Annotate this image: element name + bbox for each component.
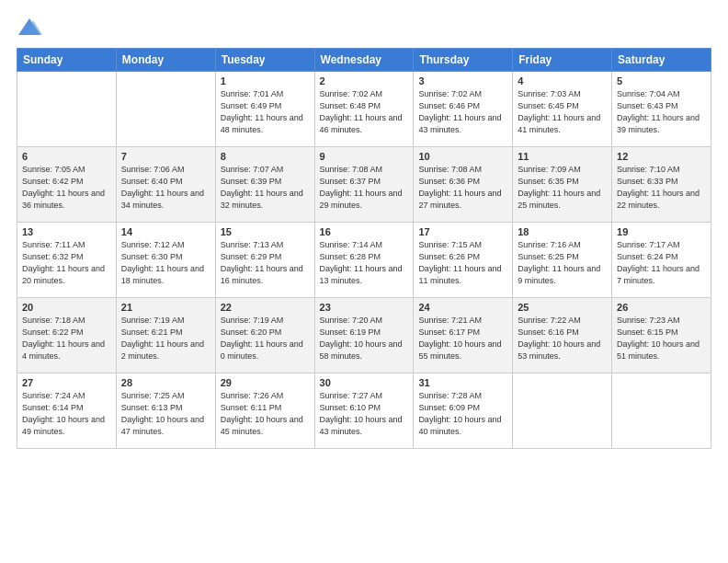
calendar-cell: 11Sunrise: 7:09 AM Sunset: 6:35 PM Dayli… <box>513 147 612 223</box>
calendar-cell: 22Sunrise: 7:19 AM Sunset: 6:20 PM Dayli… <box>215 298 314 373</box>
calendar-cell: 6Sunrise: 7:05 AM Sunset: 6:42 PM Daylig… <box>17 147 117 223</box>
day-info: Sunrise: 7:22 AM Sunset: 6:16 PM Dayligh… <box>518 315 607 362</box>
calendar-week-5: 27Sunrise: 7:24 AM Sunset: 6:14 PM Dayli… <box>17 373 711 449</box>
calendar-cell: 13Sunrise: 7:11 AM Sunset: 6:32 PM Dayli… <box>17 223 117 298</box>
calendar-cell: 26Sunrise: 7:23 AM Sunset: 6:15 PM Dayli… <box>612 298 711 373</box>
day-info: Sunrise: 7:02 AM Sunset: 6:46 PM Dayligh… <box>418 88 507 136</box>
day-info: Sunrise: 7:25 AM Sunset: 6:13 PM Dayligh… <box>121 390 210 438</box>
day-number: 20 <box>22 302 111 313</box>
calendar-cell: 24Sunrise: 7:21 AM Sunset: 6:17 PM Dayli… <box>414 298 513 373</box>
day-info: Sunrise: 7:16 AM Sunset: 6:25 PM Dayligh… <box>518 239 607 287</box>
day-info: Sunrise: 7:07 AM Sunset: 6:39 PM Dayligh… <box>221 164 310 212</box>
logo-icon <box>17 15 42 40</box>
calendar-cell: 21Sunrise: 7:19 AM Sunset: 6:21 PM Dayli… <box>116 298 215 373</box>
calendar-cell: 8Sunrise: 7:07 AM Sunset: 6:39 PM Daylig… <box>215 147 314 223</box>
calendar-cell: 18Sunrise: 7:16 AM Sunset: 6:25 PM Dayli… <box>513 223 612 298</box>
calendar-header-row: SundayMondayTuesdayWednesdayThursdayFrid… <box>17 49 711 72</box>
day-info: Sunrise: 7:19 AM Sunset: 6:21 PM Dayligh… <box>121 315 210 362</box>
day-info: Sunrise: 7:10 AM Sunset: 6:33 PM Dayligh… <box>617 164 706 212</box>
day-number: 23 <box>320 302 409 313</box>
day-info: Sunrise: 7:27 AM Sunset: 6:10 PM Dayligh… <box>320 390 409 438</box>
day-number: 21 <box>121 302 210 313</box>
calendar-cell: 7Sunrise: 7:06 AM Sunset: 6:40 PM Daylig… <box>116 147 215 223</box>
day-number: 31 <box>418 377 507 388</box>
calendar-cell: 30Sunrise: 7:27 AM Sunset: 6:10 PM Dayli… <box>314 373 414 449</box>
day-info: Sunrise: 7:03 AM Sunset: 6:45 PM Dayligh… <box>518 88 607 136</box>
calendar-cell: 2Sunrise: 7:02 AM Sunset: 6:48 PM Daylig… <box>314 72 414 147</box>
day-number: 18 <box>518 226 607 237</box>
calendar-cell <box>612 373 711 449</box>
calendar-cell: 5Sunrise: 7:04 AM Sunset: 6:43 PM Daylig… <box>612 72 711 147</box>
calendar-cell: 16Sunrise: 7:14 AM Sunset: 6:28 PM Dayli… <box>314 223 414 298</box>
day-info: Sunrise: 7:08 AM Sunset: 6:37 PM Dayligh… <box>320 164 409 212</box>
calendar-cell: 23Sunrise: 7:20 AM Sunset: 6:19 PM Dayli… <box>314 298 414 373</box>
day-info: Sunrise: 7:13 AM Sunset: 6:29 PM Dayligh… <box>221 239 310 287</box>
calendar-cell: 28Sunrise: 7:25 AM Sunset: 6:13 PM Dayli… <box>116 373 215 449</box>
day-number: 11 <box>518 151 607 162</box>
calendar-cell: 27Sunrise: 7:24 AM Sunset: 6:14 PM Dayli… <box>17 373 117 449</box>
day-info: Sunrise: 7:04 AM Sunset: 6:43 PM Dayligh… <box>617 88 706 136</box>
header <box>17 15 711 40</box>
day-number: 24 <box>418 302 507 313</box>
calendar-cell: 3Sunrise: 7:02 AM Sunset: 6:46 PM Daylig… <box>414 72 513 147</box>
logo <box>17 15 46 40</box>
day-info: Sunrise: 7:19 AM Sunset: 6:20 PM Dayligh… <box>221 315 310 362</box>
day-number: 16 <box>320 226 409 237</box>
day-info: Sunrise: 7:05 AM Sunset: 6:42 PM Dayligh… <box>22 164 111 212</box>
day-number: 30 <box>320 377 409 388</box>
day-info: Sunrise: 7:09 AM Sunset: 6:35 PM Dayligh… <box>518 164 607 212</box>
day-number: 17 <box>418 226 507 237</box>
day-number: 7 <box>121 151 210 162</box>
day-info: Sunrise: 7:18 AM Sunset: 6:22 PM Dayligh… <box>22 315 111 362</box>
day-info: Sunrise: 7:06 AM Sunset: 6:40 PM Dayligh… <box>121 164 210 212</box>
day-info: Sunrise: 7:08 AM Sunset: 6:36 PM Dayligh… <box>418 164 507 212</box>
day-number: 29 <box>221 377 310 388</box>
day-info: Sunrise: 7:24 AM Sunset: 6:14 PM Dayligh… <box>22 390 111 438</box>
calendar-cell: 29Sunrise: 7:26 AM Sunset: 6:11 PM Dayli… <box>215 373 314 449</box>
day-info: Sunrise: 7:01 AM Sunset: 6:49 PM Dayligh… <box>221 88 310 136</box>
day-number: 27 <box>22 377 111 388</box>
calendar-cell <box>116 72 215 147</box>
calendar-week-1: 1Sunrise: 7:01 AM Sunset: 6:49 PM Daylig… <box>17 72 711 147</box>
day-info: Sunrise: 7:20 AM Sunset: 6:19 PM Dayligh… <box>320 315 409 362</box>
day-number: 28 <box>121 377 210 388</box>
day-number: 3 <box>418 75 507 86</box>
calendar-cell <box>513 373 612 449</box>
day-number: 15 <box>221 226 310 237</box>
day-header-monday: Monday <box>116 49 215 72</box>
calendar-cell: 15Sunrise: 7:13 AM Sunset: 6:29 PM Dayli… <box>215 223 314 298</box>
calendar-week-2: 6Sunrise: 7:05 AM Sunset: 6:42 PM Daylig… <box>17 147 711 223</box>
calendar-cell: 25Sunrise: 7:22 AM Sunset: 6:16 PM Dayli… <box>513 298 612 373</box>
page: SundayMondayTuesdayWednesdayThursdayFrid… <box>0 0 728 458</box>
day-header-thursday: Thursday <box>414 49 513 72</box>
day-info: Sunrise: 7:21 AM Sunset: 6:17 PM Dayligh… <box>418 315 507 362</box>
day-info: Sunrise: 7:02 AM Sunset: 6:48 PM Dayligh… <box>320 88 409 136</box>
day-header-wednesday: Wednesday <box>314 49 414 72</box>
day-number: 19 <box>617 226 706 237</box>
day-number: 9 <box>320 151 409 162</box>
calendar-cell: 12Sunrise: 7:10 AM Sunset: 6:33 PM Dayli… <box>612 147 711 223</box>
day-info: Sunrise: 7:15 AM Sunset: 6:26 PM Dayligh… <box>418 239 507 287</box>
calendar-table: SundayMondayTuesdayWednesdayThursdayFrid… <box>17 48 711 449</box>
calendar-cell: 9Sunrise: 7:08 AM Sunset: 6:37 PM Daylig… <box>314 147 414 223</box>
calendar-cell: 17Sunrise: 7:15 AM Sunset: 6:26 PM Dayli… <box>414 223 513 298</box>
calendar-cell: 1Sunrise: 7:01 AM Sunset: 6:49 PM Daylig… <box>215 72 314 147</box>
day-info: Sunrise: 7:11 AM Sunset: 6:32 PM Dayligh… <box>22 239 111 287</box>
calendar-cell <box>17 72 117 147</box>
day-header-friday: Friday <box>513 49 612 72</box>
day-header-tuesday: Tuesday <box>215 49 314 72</box>
calendar-cell: 14Sunrise: 7:12 AM Sunset: 6:30 PM Dayli… <box>116 223 215 298</box>
day-number: 25 <box>518 302 607 313</box>
day-number: 10 <box>418 151 507 162</box>
day-info: Sunrise: 7:23 AM Sunset: 6:15 PM Dayligh… <box>617 315 706 362</box>
calendar-week-3: 13Sunrise: 7:11 AM Sunset: 6:32 PM Dayli… <box>17 223 711 298</box>
day-number: 8 <box>221 151 310 162</box>
day-header-sunday: Sunday <box>17 49 117 72</box>
day-number: 22 <box>221 302 310 313</box>
day-info: Sunrise: 7:28 AM Sunset: 6:09 PM Dayligh… <box>418 390 507 438</box>
calendar-cell: 4Sunrise: 7:03 AM Sunset: 6:45 PM Daylig… <box>513 72 612 147</box>
day-info: Sunrise: 7:14 AM Sunset: 6:28 PM Dayligh… <box>320 239 409 287</box>
day-info: Sunrise: 7:26 AM Sunset: 6:11 PM Dayligh… <box>221 390 310 438</box>
day-number: 14 <box>121 226 210 237</box>
day-number: 12 <box>617 151 706 162</box>
